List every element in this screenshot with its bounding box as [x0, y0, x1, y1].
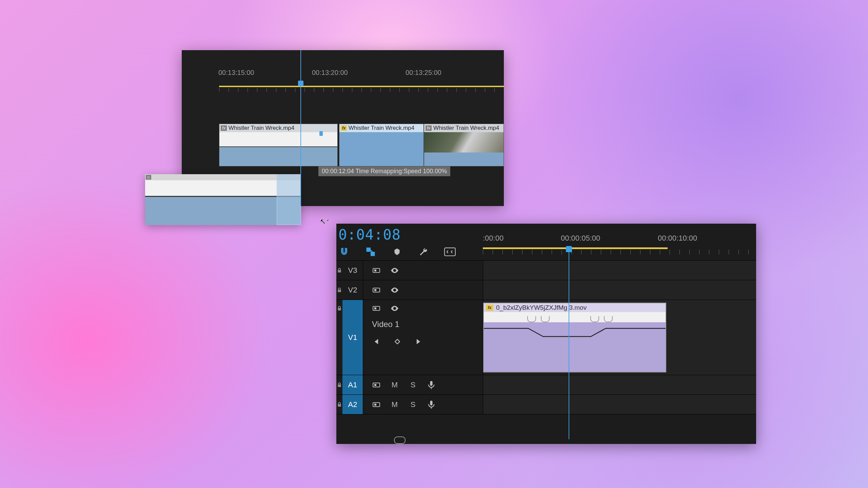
scrollbar-thumb[interactable] — [394, 436, 406, 444]
wrench-icon[interactable] — [418, 246, 429, 258]
track-target[interactable]: A1 — [342, 375, 363, 394]
keyframe-marker-icon[interactable] — [541, 316, 550, 322]
solo-button[interactable]: S — [409, 400, 417, 409]
eye-icon[interactable] — [390, 304, 399, 313]
lock-icon[interactable] — [336, 287, 342, 293]
track-controls: M S — [363, 375, 483, 394]
sync-lock-icon[interactable] — [372, 304, 381, 313]
playhead[interactable] — [300, 50, 301, 206]
lock-icon[interactable] — [336, 382, 342, 388]
clip-header: fx Whistler Train Wreck.mp4 — [339, 124, 423, 132]
sync-lock-icon[interactable] — [372, 381, 381, 389]
keyframe-marker-icon[interactable] — [604, 316, 613, 322]
track-target[interactable]: V2 — [342, 280, 363, 300]
svg-rect-4 — [374, 289, 376, 291]
next-keyframe-icon[interactable] — [414, 337, 423, 346]
snap-icon[interactable] — [338, 246, 350, 258]
track-lane[interactable] — [483, 261, 756, 280]
track-lane[interactable] — [483, 395, 756, 414]
track-lane[interactable] — [483, 280, 756, 300]
track-lane[interactable]: fx 0_b2xlZyBkYW5jZXJfMg 3.mov — [483, 300, 756, 375]
clip-fragment-zoom: fx — [145, 174, 301, 225]
work-area-bar[interactable] — [483, 247, 668, 249]
add-keyframe-icon[interactable] — [393, 337, 402, 346]
keyframe-marker-icon[interactable] — [590, 316, 599, 322]
sync-lock-icon[interactable] — [372, 286, 381, 294]
track-row-v1: V1 Video 1 fx 0_b2xlZyBkYW5jZXJfMg 3 — [336, 300, 756, 375]
fx-badge-icon: fx — [486, 305, 493, 311]
track-controls — [363, 280, 483, 300]
svg-rect-10 — [374, 404, 376, 406]
tracks-container: V3 V2 V1 Vi — [336, 260, 756, 435]
pen-cursor-icon: ↖⁺ — [320, 217, 330, 226]
eye-icon[interactable] — [390, 286, 399, 294]
clip-header: fx 0_b2xlZyBkYW5jZXJfMg 3.mov — [484, 303, 666, 312]
track-row-v2: V2 — [336, 280, 756, 300]
track-row-a2: A2 M S — [336, 395, 756, 414]
video-clip[interactable]: fx Whistler Train Wreck.mp4 — [339, 124, 424, 166]
solo-button[interactable]: S — [409, 381, 417, 389]
clip-name: 0_b2xlZyBkYW5jZXJfMg 3.mov — [496, 304, 587, 311]
prev-keyframe-icon[interactable] — [372, 337, 381, 346]
timeline-panel-bottom: 0:04:08 :00:00 00:00:05:00 00:00:10:00 V… — [336, 224, 756, 444]
video-clip[interactable]: fx Whistler Train Wreck.mp4 — [424, 124, 504, 166]
marker-icon[interactable] — [391, 246, 403, 258]
clip-body[interactable] — [339, 132, 423, 166]
voiceover-mic-icon[interactable] — [427, 400, 436, 409]
ruler-label: 00:13:25:00 — [406, 69, 441, 77]
track-target[interactable]: A2 — [342, 395, 363, 414]
svg-rect-2 — [374, 269, 376, 271]
video-clip[interactable]: fx 0_b2xlZyBkYW5jZXJfMg 3.mov — [483, 303, 666, 372]
track-target[interactable]: V1 — [342, 300, 363, 375]
tooltip: 00:00:12:04 Time Remapping:Speed 100.00% — [318, 166, 450, 176]
ruler-label: 00:13:15:00 — [218, 69, 254, 77]
fx-badge-icon: fx — [221, 125, 227, 131]
keyframe-marker-icon[interactable] — [527, 316, 536, 322]
ruler-label: 00:13:20:00 — [312, 69, 348, 77]
lock-icon[interactable] — [336, 267, 342, 273]
clip-body[interactable] — [424, 152, 504, 166]
clip-track[interactable]: fx Whistler Train Wreck.mp4 ↖⁺ fx Whistl… — [219, 124, 504, 166]
sync-lock-icon[interactable] — [372, 400, 381, 409]
track-row-a1: A1 M S — [336, 375, 756, 395]
speed-ramp-line[interactable] — [484, 322, 666, 343]
track-lane[interactable] — [483, 375, 756, 394]
keyframe-nav — [372, 337, 423, 346]
linked-selection-icon[interactable] — [365, 246, 376, 258]
voiceover-mic-icon[interactable] — [427, 381, 436, 389]
clip-name: Whistler Train Wreck.mp4 — [433, 125, 499, 131]
track-row-v3: V3 — [336, 261, 756, 280]
fx-badge-icon: fx — [426, 125, 432, 131]
track-target[interactable]: V3 — [342, 261, 363, 280]
work-area-bar[interactable] — [219, 86, 504, 87]
track-name: Video 1 — [372, 320, 399, 329]
video-clip[interactable]: fx Whistler Train Wreck.mp4 ↖⁺ — [219, 124, 338, 166]
lock-icon[interactable] — [336, 300, 342, 311]
fx-badge-icon: fx — [341, 125, 347, 131]
horizontal-scrollbar[interactable] — [367, 436, 753, 443]
track-controls — [363, 261, 483, 280]
svg-rect-6 — [374, 307, 376, 309]
eye-icon[interactable] — [390, 266, 399, 275]
fx-badge-icon: fx — [146, 175, 151, 180]
time-ruler[interactable]: :00:00 00:00:05:00 00:00:10:00 — [483, 234, 756, 254]
ruler-label: :00:00 — [483, 234, 504, 243]
sync-lock-icon[interactable] — [372, 266, 381, 275]
clip-body[interactable] — [219, 146, 337, 166]
selection-highlight[interactable] — [277, 174, 301, 225]
ruler-label: 00:00:05:00 — [561, 234, 600, 243]
playhead-timecode[interactable]: 0:04:08 — [338, 226, 401, 243]
mute-button[interactable]: M — [390, 381, 399, 389]
ruler-label: 00:00:10:00 — [658, 234, 697, 243]
speed-keyframe-icon[interactable] — [319, 131, 323, 136]
clip-name: Whistler Train Wreck.mp4 — [349, 125, 414, 131]
captions-icon[interactable] — [444, 246, 456, 258]
svg-rect-8 — [374, 384, 376, 386]
clip-name: Whistler Train Wreck.mp4 — [229, 125, 294, 131]
lock-icon[interactable] — [336, 402, 342, 408]
keyframe-strip[interactable] — [484, 312, 666, 322]
time-ruler[interactable]: 00:13:15:00 00:13:20:00 00:13:25:00 — [182, 65, 504, 86]
mute-button[interactable]: M — [390, 400, 399, 409]
playhead[interactable] — [569, 246, 569, 439]
clip-header: fx Whistler Train Wreck.mp4 — [424, 124, 504, 132]
